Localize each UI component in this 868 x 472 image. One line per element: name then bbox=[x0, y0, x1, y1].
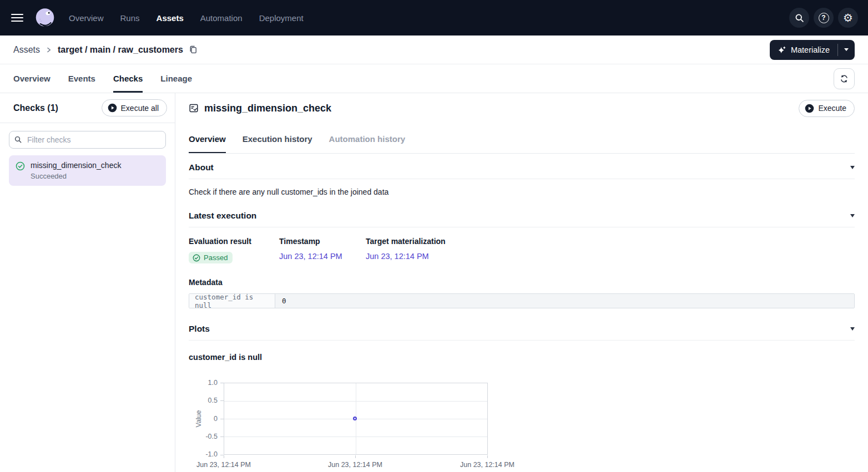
tab-automation-history[interactable]: Automation history bbox=[329, 123, 406, 153]
play-icon bbox=[108, 103, 117, 113]
metadata-table: customer_id is null 0 bbox=[189, 293, 855, 308]
check-detail-panel: missing_dimension_check Execute Overview… bbox=[175, 93, 868, 472]
nav-runs[interactable]: Runs bbox=[120, 13, 140, 23]
check-circle-icon bbox=[16, 161, 25, 171]
filter-checks-input[interactable] bbox=[9, 131, 166, 149]
execute-all-button[interactable]: Execute all bbox=[102, 99, 167, 116]
y-tick: 0.5 bbox=[189, 397, 218, 404]
metadata-heading: Metadata bbox=[189, 278, 855, 287]
breadcrumb-asset-path[interactable]: target / main / raw_customers bbox=[58, 45, 183, 55]
gear-icon: ⚙ bbox=[843, 12, 853, 23]
check-detail-tabs: Overview Execution history Automation hi… bbox=[189, 123, 855, 154]
tab-events[interactable]: Events bbox=[68, 64, 95, 93]
top-nav: Overview Runs Assets Automation Deployme… bbox=[0, 0, 868, 35]
eval-result-label: Evaluation result bbox=[189, 237, 279, 246]
checklist-icon bbox=[189, 103, 199, 113]
collapse-caret-icon[interactable] bbox=[850, 214, 855, 217]
settings-button[interactable]: ⚙ bbox=[838, 8, 858, 28]
nav-assets[interactable]: Assets bbox=[157, 13, 184, 23]
tab-checks[interactable]: Checks bbox=[113, 64, 143, 93]
timestamp-label: Timestamp bbox=[279, 237, 366, 246]
plot-area bbox=[224, 383, 488, 455]
nav-overview[interactable]: Overview bbox=[69, 13, 104, 23]
target-materialization-label: Target materialization bbox=[366, 237, 855, 246]
check-name: missing_dimension_check bbox=[31, 161, 121, 170]
check-circle-icon bbox=[193, 254, 200, 262]
check-list-item[interactable]: missing_dimension_check Succeeded bbox=[9, 155, 166, 186]
timestamp-link[interactable]: Jun 23, 12:14 PM bbox=[279, 252, 342, 261]
target-materialization-link[interactable]: Jun 23, 12:14 PM bbox=[366, 252, 429, 261]
y-tick: -0.5 bbox=[189, 433, 218, 440]
execute-button[interactable]: Execute bbox=[799, 100, 855, 117]
data-point[interactable] bbox=[353, 417, 357, 420]
x-tick: Jun 23, 12:14 PM bbox=[319, 461, 391, 469]
plots-heading: Plots bbox=[189, 324, 210, 334]
refresh-button[interactable] bbox=[834, 68, 855, 89]
search-icon bbox=[14, 136, 22, 143]
tab-execution-history[interactable]: Execution history bbox=[243, 123, 312, 153]
plot-title: customer_id is null bbox=[189, 353, 855, 362]
materialize-label: Materialize bbox=[791, 45, 830, 54]
materialize-dropdown-button[interactable] bbox=[838, 40, 855, 60]
value-scatter-chart: Value 1.0 0.5 0 -0.5 -1.0 Jun 23, 12:14 … bbox=[189, 374, 855, 468]
checks-panel-title: Checks (1) bbox=[13, 103, 58, 113]
asset-tabs: Overview Events Checks Lineage bbox=[0, 64, 868, 93]
check-detail-title: missing_dimension_check bbox=[204, 103, 331, 114]
about-section-header: About bbox=[189, 163, 855, 179]
chevron-right-icon bbox=[46, 47, 52, 53]
search-button[interactable] bbox=[789, 8, 809, 28]
menu-icon[interactable] bbox=[11, 14, 23, 22]
latest-execution-section-header: Latest execution bbox=[189, 211, 855, 227]
tab-lineage[interactable]: Lineage bbox=[160, 64, 192, 93]
play-icon bbox=[805, 104, 814, 113]
about-heading: About bbox=[189, 163, 214, 172]
top-nav-links: Overview Runs Assets Automation Deployme… bbox=[69, 13, 304, 23]
about-description: Check if there are any null customer_ids… bbox=[189, 187, 855, 196]
tab-check-overview[interactable]: Overview bbox=[189, 123, 226, 153]
refresh-icon bbox=[840, 74, 849, 83]
y-tick: 1.0 bbox=[189, 379, 218, 387]
materialize-button[interactable]: Materialize bbox=[770, 40, 837, 60]
y-tick: -1.0 bbox=[189, 450, 218, 458]
collapse-caret-icon[interactable] bbox=[850, 327, 855, 331]
collapse-caret-icon[interactable] bbox=[850, 166, 855, 169]
nav-automation[interactable]: Automation bbox=[200, 13, 243, 23]
materialize-split-button: Materialize bbox=[770, 40, 855, 60]
breadcrumb-bar: Assets target / main / raw_customers Mat… bbox=[0, 35, 868, 64]
nav-deployment[interactable]: Deployment bbox=[259, 13, 304, 23]
passed-badge: Passed bbox=[189, 252, 233, 263]
tab-overview[interactable]: Overview bbox=[13, 64, 51, 93]
metadata-key: customer_id is null bbox=[189, 294, 275, 308]
dagster-logo-icon[interactable] bbox=[33, 6, 57, 29]
check-status: Succeeded bbox=[31, 172, 121, 180]
copy-icon[interactable] bbox=[189, 45, 197, 54]
breadcrumb-assets-link[interactable]: Assets bbox=[13, 45, 40, 55]
search-icon bbox=[795, 13, 804, 23]
y-tick: 0 bbox=[189, 415, 218, 423]
help-button[interactable]: ? bbox=[814, 8, 834, 28]
x-tick: Jun 23, 12:14 PM bbox=[451, 461, 523, 469]
plots-section-header: Plots bbox=[189, 324, 855, 341]
chevron-down-icon bbox=[844, 48, 849, 51]
checks-sidebar: Checks (1) Execute all bbox=[0, 93, 175, 472]
sparkle-icon bbox=[778, 45, 786, 54]
metadata-value: 0 bbox=[275, 294, 854, 308]
help-icon: ? bbox=[819, 13, 829, 23]
latest-execution-heading: Latest execution bbox=[189, 211, 256, 221]
x-tick: Jun 23, 12:14 PM bbox=[188, 461, 260, 469]
